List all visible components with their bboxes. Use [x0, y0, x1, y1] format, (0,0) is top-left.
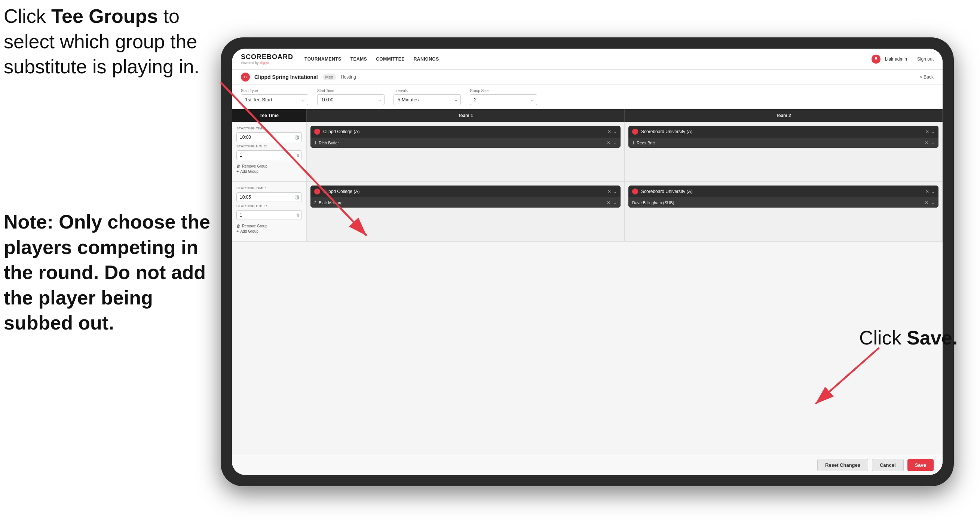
- starting-time-input-1[interactable]: [236, 132, 302, 142]
- team-item-2-2[interactable]: Scoreboard University (A) ✕ ⌄ Dave Billi…: [628, 186, 939, 208]
- starting-time-label-1: STARTING TIME:: [236, 126, 302, 130]
- breadcrumb-bar: B Clippd Spring Invitational Men Hosting…: [232, 70, 943, 85]
- action-links-2: 🗑 Remove Group + Add Group: [236, 224, 302, 233]
- starting-time-label-2: STARTING TIME:: [236, 186, 302, 190]
- reset-changes-button[interactable]: Reset Changes: [817, 459, 868, 471]
- team-x-1-2[interactable]: ✕: [925, 129, 929, 134]
- sign-out-link[interactable]: Sign out: [917, 56, 934, 62]
- team-item-1-2[interactable]: Scoreboard University (A) ✕ ⌄ 1. Rees Br…: [628, 126, 939, 148]
- group-size-group: Group Size 2: [470, 89, 537, 105]
- player-caret-1-2-1[interactable]: ⌄: [931, 141, 935, 145]
- breadcrumb-avatar: B: [241, 73, 250, 81]
- add-group-2[interactable]: + Add Group: [236, 229, 302, 233]
- start-type-group: Start Type 1st Tee Start: [241, 89, 308, 105]
- group-row-2: STARTING TIME: 🕐 STARTING HOLE: 🗑 Remove…: [232, 182, 943, 242]
- team-name-1-1: Clippd College (A): [323, 129, 605, 134]
- annotation-bottom-right: Click Save.: [859, 325, 958, 351]
- intervals-group: Intervals 5 Minutes: [393, 89, 461, 105]
- team-item-header-1-1: Clippd College (A) ✕ ⌄: [310, 126, 620, 138]
- team-dot-1-2: [632, 129, 638, 135]
- breadcrumb-gender: Men: [323, 74, 336, 80]
- start-time-select[interactable]: 10:00: [317, 94, 385, 105]
- team-item-1-1[interactable]: Clippd College (A) ✕ ⌄ 1. Rich Butler ✕ …: [310, 126, 620, 148]
- player-name-1-2-1: 1. Rees Britt: [632, 141, 922, 145]
- intervals-select-wrapper: 5 Minutes: [393, 94, 461, 105]
- team-caret-1-2[interactable]: ⌄: [931, 129, 935, 134]
- add-icon-1: +: [236, 169, 239, 174]
- group-size-select[interactable]: 2: [470, 94, 537, 105]
- back-button[interactable]: < Back: [920, 75, 934, 80]
- group-row: STARTING TIME: 🕐 STARTING HOLE: 🗑 Remove…: [232, 122, 943, 182]
- logo-powered: Powered by clippd: [241, 61, 293, 65]
- start-type-select-wrapper: 1st Tee Start: [241, 94, 308, 105]
- team-x-1-1[interactable]: ✕: [608, 129, 611, 134]
- group-size-label: Group Size: [470, 89, 537, 93]
- starting-time-wrap-2: 🕐: [236, 192, 302, 202]
- team-x-2-2[interactable]: ✕: [925, 189, 929, 194]
- team-actions-1-1: ✕ ⌄: [608, 129, 617, 134]
- starting-time-input-2[interactable]: [236, 192, 302, 202]
- remove-icon-2: 🗑: [236, 224, 240, 228]
- player-caret-2-1-1[interactable]: ⌄: [613, 201, 617, 205]
- player-name-1-1-1: 1. Rich Butler: [314, 141, 604, 145]
- starting-hole-input-1[interactable]: [236, 150, 302, 160]
- team-caret-1-1[interactable]: ⌄: [613, 129, 617, 134]
- th-tee-time: Tee Time: [232, 109, 307, 122]
- nav-rankings[interactable]: RANKINGS: [414, 55, 439, 63]
- player-x-2-1-1[interactable]: ✕: [607, 200, 611, 205]
- team-x-2-1[interactable]: ✕: [608, 189, 611, 194]
- player-item-1-1-1: 1. Rich Butler ✕ ⌄: [310, 138, 620, 148]
- annotation-bottom-left: Note: Only choose the players competing …: [4, 209, 221, 336]
- group-size-select-wrapper: 2: [470, 94, 537, 105]
- team-actions-2-1: ✕ ⌄: [608, 189, 617, 194]
- remove-group-2[interactable]: 🗑 Remove Group: [236, 224, 302, 228]
- remove-icon-1: 🗑: [236, 164, 240, 168]
- team-caret-2-1[interactable]: ⌄: [613, 189, 617, 194]
- team-actions-2-2: ✕ ⌄: [925, 189, 935, 194]
- main-grid: STARTING TIME: 🕐 STARTING HOLE: 🗑 Remove…: [232, 122, 943, 455]
- nav-teams[interactable]: TEAMS: [350, 55, 368, 63]
- team-name-2-1: Clippd College (A): [323, 189, 605, 194]
- team-dot-2-1: [314, 188, 320, 194]
- save-button[interactable]: Save: [907, 459, 934, 471]
- player-x-2-2-1[interactable]: ✕: [924, 200, 928, 205]
- tablet-device: SCOREBOARD Powered by clippd TOURNAMENTS…: [221, 37, 954, 486]
- start-time-label: Start Time: [317, 89, 385, 93]
- starting-hole-input-2[interactable]: [236, 210, 302, 220]
- user-name: blair admin: [885, 56, 907, 62]
- team-item-2-1[interactable]: Clippd College (A) ✕ ⌄ 2. Blair McHarg ✕…: [310, 186, 620, 208]
- starting-hole-wrap-1: [236, 150, 302, 160]
- player-item-2-1-1: 2. Blair McHarg ✕ ⌄: [310, 197, 620, 208]
- remove-group-1[interactable]: 🗑 Remove Group: [236, 164, 302, 168]
- logo-area: SCOREBOARD Powered by clippd: [241, 53, 293, 65]
- nav-committee[interactable]: COMMITTEE: [376, 55, 405, 63]
- breadcrumb-hosting: Hosting: [341, 75, 356, 80]
- player-caret-2-2-1[interactable]: ⌄: [931, 201, 935, 205]
- start-type-select[interactable]: 1st Tee Start: [241, 94, 308, 105]
- user-avatar: B: [872, 55, 880, 64]
- time-icon-2: 🕐: [294, 195, 300, 200]
- bottom-action-bar: Reset Changes Cancel Save: [232, 455, 943, 475]
- start-time-group: Start Time 10:00: [317, 89, 385, 105]
- side-panel-2: STARTING TIME: 🕐 STARTING HOLE: 🗑 Remove…: [232, 182, 307, 241]
- team-dot-1-1: [314, 129, 320, 135]
- team-cell-1-1: Clippd College (A) ✕ ⌄ 1. Rich Butler ✕ …: [307, 122, 625, 182]
- team-item-header-2-1: Clippd College (A) ✕ ⌄: [310, 186, 620, 197]
- start-time-select-wrapper: 10:00: [317, 94, 385, 105]
- team-cell-2-1: Clippd College (A) ✕ ⌄ 2. Blair McHarg ✕…: [307, 182, 625, 241]
- breadcrumb-title: Clippd Spring Invitational: [255, 74, 318, 80]
- starting-time-wrap-1: 🕐: [236, 132, 302, 142]
- side-panel-1: STARTING TIME: 🕐 STARTING HOLE: 🗑 Remove…: [232, 122, 307, 182]
- player-x-1-1-1[interactable]: ✕: [607, 140, 611, 145]
- team-item-header-2-2: Scoreboard University (A) ✕ ⌄: [628, 186, 939, 197]
- player-caret-1-1-1[interactable]: ⌄: [613, 141, 617, 145]
- team-name-2-2: Scoreboard University (A): [641, 189, 923, 194]
- nav-tournaments[interactable]: TOURNAMENTS: [304, 55, 342, 63]
- intervals-select[interactable]: 5 Minutes: [393, 94, 461, 105]
- add-group-1[interactable]: + Add Group: [236, 169, 302, 174]
- player-x-1-2-1[interactable]: ✕: [924, 140, 928, 145]
- cancel-button[interactable]: Cancel: [872, 459, 904, 471]
- team-caret-2-2[interactable]: ⌄: [931, 189, 935, 194]
- action-links-1: 🗑 Remove Group + Add Group: [236, 164, 302, 174]
- annotation-top-left: Click Tee Groups to select which group t…: [4, 4, 221, 80]
